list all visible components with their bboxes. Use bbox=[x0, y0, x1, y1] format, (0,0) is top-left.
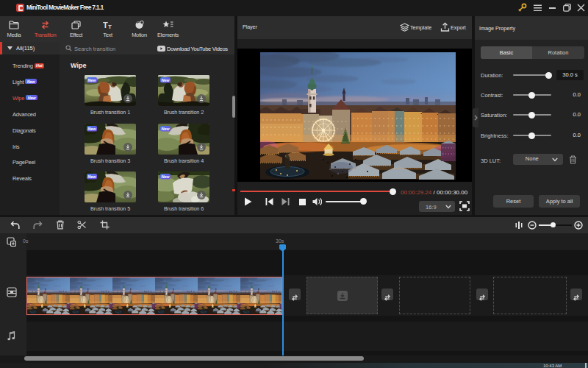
svg-text:T: T bbox=[103, 21, 108, 29]
svg-text:T: T bbox=[108, 24, 112, 29]
